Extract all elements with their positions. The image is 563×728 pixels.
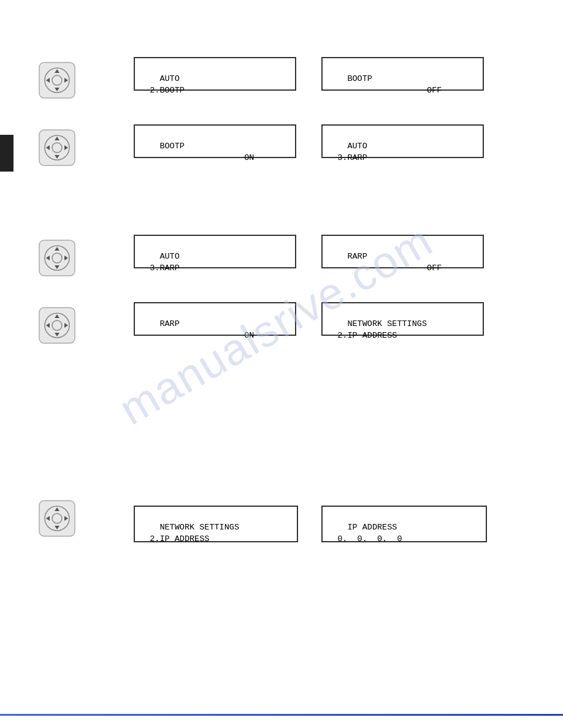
box-row2-left: BOOTP ON (134, 124, 296, 158)
box-row1-right: BOOTP OFF (321, 57, 484, 91)
nav-wheel-5 (38, 499, 76, 537)
box-row4-right-line1: NETWORK SETTINGS (347, 319, 427, 328)
box-row5-left-line1: NETWORK SETTINGS (159, 523, 239, 532)
box-row5-left: NETWORK SETTINGS 2.IP ADDRESS (134, 506, 298, 542)
box-row4-left: RARP ON (134, 302, 296, 336)
box-row2-right: AUTO 3.RARP (321, 124, 484, 158)
box-row3-right-line2: OFF (327, 264, 442, 273)
nav-wheel-2 (38, 129, 76, 167)
sidebar-marker (0, 135, 13, 172)
box-row2-left-line1: BOOTP (159, 142, 185, 151)
box-row1-right-line1: BOOTP (347, 74, 372, 83)
nav-wheel-1 (38, 61, 76, 99)
nav-wheel-3 (38, 239, 76, 277)
box-row2-left-line2: ON (140, 153, 254, 162)
box-row4-left-line1: RARP (159, 319, 179, 328)
box-row3-left-line1: AUTO (159, 252, 179, 261)
box-row1-left-line1: AUTO (159, 74, 179, 83)
box-row4-right: NETWORK SETTINGS 2.IP ADDRESS (321, 302, 484, 336)
box-row4-left-line2: ON (140, 331, 254, 340)
box-row3-left-line2: 3.RARP (140, 264, 180, 273)
box-row4-right-line2: 2.IP ADDRESS (327, 331, 397, 340)
box-row2-right-line1: AUTO (347, 142, 367, 151)
box-row5-right: IP ADDRESS 0. 0. 0. 0 (321, 506, 487, 542)
box-row1-left: AUTO 2.BOOTP (134, 57, 296, 91)
box-row3-right-line1: RARP (347, 252, 367, 261)
box-row3-right: RARP OFF (321, 235, 484, 268)
bottom-line (0, 714, 563, 716)
box-row1-left-line2: 2.BOOTP (140, 86, 185, 95)
box-row5-left-line2: 2.IP ADDRESS (140, 534, 209, 544)
page: manualsrive.com AUTO 2.BOOTP BOOTP OFF (0, 0, 563, 728)
box-row5-right-line2: 0. 0. 0. 0 (327, 534, 402, 544)
box-row5-right-line1: IP ADDRESS (347, 523, 397, 532)
box-row1-right-line2: OFF (327, 86, 442, 95)
box-row3-left: AUTO 3.RARP (134, 235, 296, 268)
nav-wheel-4 (38, 306, 76, 344)
box-row2-right-line2: 3.RARP (327, 153, 367, 162)
